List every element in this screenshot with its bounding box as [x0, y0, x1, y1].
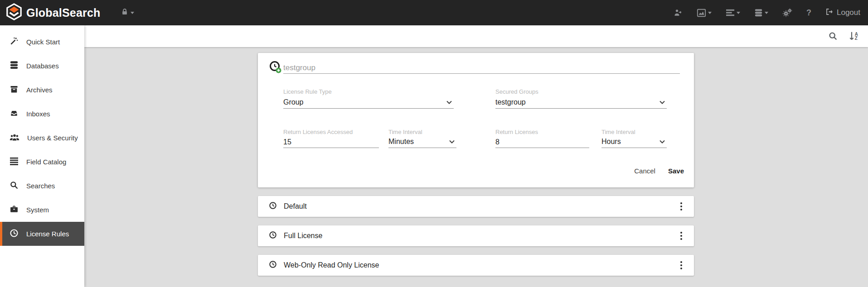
- chevron-down-icon: [659, 100, 665, 104]
- logout-icon: [825, 8, 834, 18]
- search-icon: [10, 181, 19, 191]
- return-licenses-input[interactable]: [495, 136, 589, 148]
- user-arrow-icon[interactable]: [674, 8, 683, 17]
- return-licenses-accessed-label: Return Licenses Accessed: [283, 129, 353, 135]
- sidebar-item-label: Databases: [26, 62, 59, 70]
- content-toolbar: A Z: [84, 25, 868, 47]
- database-stack-icon: [754, 9, 763, 17]
- chart-icon: [697, 9, 706, 17]
- chevron-down-icon: [708, 12, 712, 14]
- help-icon[interactable]: ?: [806, 8, 811, 18]
- briefcase-icon: [10, 205, 19, 215]
- inbox-icon: [10, 109, 19, 119]
- license-rule-type-select[interactable]: Group: [283, 96, 454, 109]
- sidebar-item-label: System: [26, 206, 49, 214]
- license-rule-row-web-only[interactable]: Web-Only Read Only License: [258, 255, 694, 276]
- time-interval-2-label: Time Interval: [601, 129, 635, 135]
- save-button[interactable]: Save: [668, 167, 684, 175]
- sidebar-item-label: Quick Start: [26, 38, 60, 46]
- time-interval-label: Time Interval: [388, 129, 422, 135]
- chevron-down-icon: [737, 12, 740, 14]
- sort-letter-z: Z: [855, 36, 858, 40]
- rule-name-input[interactable]: [283, 62, 680, 74]
- time-interval-2-select[interactable]: Hours: [601, 135, 667, 148]
- chevron-down-icon: [446, 100, 452, 104]
- sidebar-item-users-security[interactable]: Users & Security: [0, 126, 84, 150]
- clock-icon: [269, 231, 277, 241]
- sidebar-item-inboxes[interactable]: Inboxes: [0, 102, 84, 126]
- rule-name: Default: [284, 202, 307, 210]
- reports-chart-dropdown[interactable]: [697, 9, 712, 17]
- list-menu-dropdown[interactable]: [726, 9, 740, 17]
- chevron-down-icon: [131, 12, 134, 14]
- lock-icon: [121, 8, 129, 18]
- sidebar-item-system[interactable]: System: [0, 198, 84, 222]
- sidebar-item-archives[interactable]: Archives: [0, 78, 84, 102]
- chevron-down-icon: [449, 140, 455, 144]
- sort-az-icon[interactable]: A Z: [849, 31, 858, 41]
- database-menu-dropdown[interactable]: [754, 9, 768, 17]
- kebab-menu-icon[interactable]: [677, 200, 686, 213]
- return-licenses-accessed-input[interactable]: [283, 136, 379, 148]
- kebab-menu-icon[interactable]: [677, 229, 686, 243]
- list-menu-icon: [726, 9, 735, 17]
- archive-box-icon: [10, 85, 19, 95]
- page: GlobalSearch: [0, 0, 868, 287]
- time-interval-select[interactable]: Minutes: [388, 135, 456, 148]
- chevron-down-icon: [765, 12, 768, 14]
- globalsearch-logo-icon: [5, 3, 23, 22]
- sidebar-item-label: Searches: [26, 182, 55, 190]
- rule-name: Full License: [284, 232, 322, 240]
- rule-name: Web-Only Read Only License: [284, 261, 379, 269]
- list-lines-icon: [10, 157, 19, 167]
- sidebar-item-searches[interactable]: Searches: [0, 174, 84, 198]
- database-icon: [10, 61, 19, 71]
- sidebar-item-label: Field Catalog: [26, 158, 66, 166]
- sidebar-item-label: Inboxes: [26, 110, 50, 118]
- logout-label: Logout: [837, 8, 860, 17]
- license-rule-row-full-license[interactable]: Full License: [258, 225, 694, 246]
- card-actions: Cancel Save: [634, 167, 684, 175]
- license-rule-edit-card: License Rule Type Group Secured Groups t…: [258, 53, 694, 187]
- app-logo[interactable]: GlobalSearch: [5, 3, 101, 22]
- clock-icon: [10, 229, 19, 239]
- kebab-menu-icon[interactable]: [677, 258, 686, 272]
- logout-button[interactable]: Logout: [825, 8, 860, 18]
- brand-title: GlobalSearch: [26, 6, 101, 19]
- search-icon[interactable]: [828, 31, 838, 41]
- secured-groups-select[interactable]: testgroup: [495, 96, 667, 109]
- sidebar-item-label: Users & Security: [27, 134, 78, 142]
- sidebar-navigation: Quick Start Databases Archives: [0, 25, 84, 287]
- license-rule-row-default[interactable]: Default: [258, 196, 694, 217]
- sidebar-item-label: License Rules: [26, 230, 69, 238]
- license-rule-type-label: License Rule Type: [283, 88, 332, 95]
- cancel-button[interactable]: Cancel: [634, 167, 655, 175]
- chevron-down-icon: [659, 140, 665, 144]
- clock-icon: [269, 201, 277, 211]
- secured-groups-label: Secured Groups: [495, 88, 538, 95]
- sidebar-item-quick-start[interactable]: Quick Start: [0, 30, 84, 54]
- settings-gears-icon[interactable]: [782, 8, 792, 17]
- sidebar-item-databases[interactable]: Databases: [0, 54, 84, 78]
- sidebar-item-label: Archives: [26, 86, 53, 94]
- sidebar-item-field-catalog[interactable]: Field Catalog: [0, 150, 84, 174]
- magic-wand-icon: [10, 37, 19, 47]
- return-licenses-label: Return Licenses: [495, 129, 538, 135]
- users-group-icon: [10, 133, 19, 143]
- top-header-bar: GlobalSearch: [0, 0, 868, 25]
- clock-add-icon: [269, 61, 282, 76]
- lock-dropdown[interactable]: [121, 8, 134, 18]
- clock-icon: [269, 260, 277, 270]
- header-icon-group: ? Logout: [674, 8, 860, 18]
- sidebar-item-license-rules[interactable]: License Rules: [0, 222, 84, 246]
